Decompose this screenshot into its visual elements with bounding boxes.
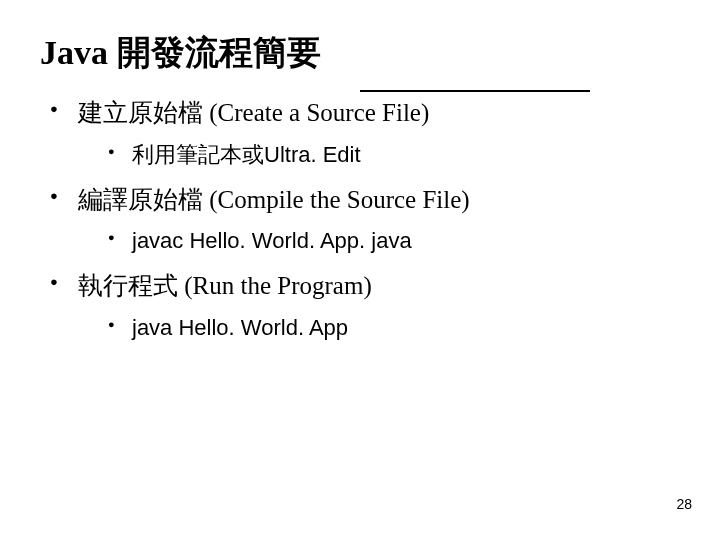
page-number: 28 [676,496,692,512]
sub-list: java Hello. World. App [78,311,680,344]
bullet-text: 建立原始檔 (Create a Source File) [78,99,429,126]
sub-item: java Hello. World. App [108,311,680,344]
bullet-item: 編譯原始檔 (Compile the Source File) javac He… [50,181,680,258]
sub-text: java Hello. World. App [132,315,348,340]
sub-list: 利用筆記本或Ultra. Edit [78,138,680,171]
sub-item: 利用筆記本或Ultra. Edit [108,138,680,171]
sub-item: javac Hello. World. App. java [108,224,680,257]
sub-text: javac Hello. World. App. java [132,228,412,253]
bullet-item: 建立原始檔 (Create a Source File) 利用筆記本或Ultra… [50,94,680,171]
slide: Java 開發流程簡要 建立原始檔 (Create a Source File)… [0,0,720,540]
sub-list: javac Hello. World. App. java [78,224,680,257]
bullet-text: 編譯原始檔 (Compile the Source File) [78,186,470,213]
slide-title: Java 開發流程簡要 [40,30,680,76]
bullet-item: 執行程式 (Run the Program) java Hello. World… [50,267,680,344]
title-underline [360,90,590,92]
bullet-list: 建立原始檔 (Create a Source File) 利用筆記本或Ultra… [40,94,680,344]
sub-text: 利用筆記本或Ultra. Edit [132,142,361,167]
bullet-text: 執行程式 (Run the Program) [78,272,372,299]
